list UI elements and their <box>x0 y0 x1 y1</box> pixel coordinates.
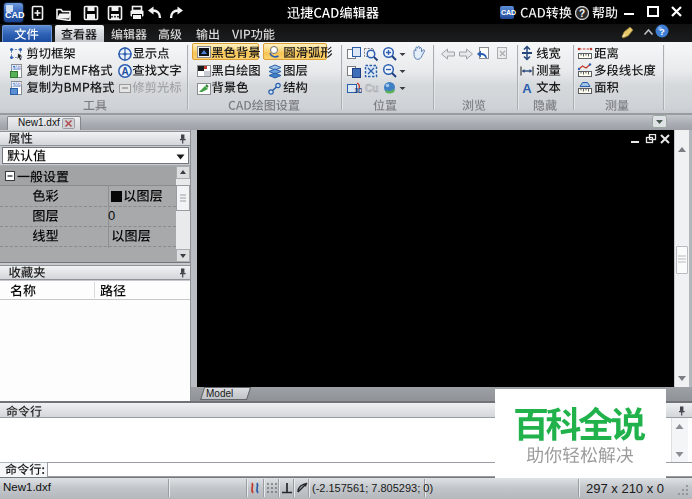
svg-text:?: ? <box>579 8 585 19</box>
svg-text:A: A <box>121 66 128 77</box>
svg-text:?: ? <box>659 27 665 37</box>
svg-text:EMF: EMF <box>12 65 22 70</box>
svg-text:BMP: BMP <box>12 82 22 87</box>
svg-text:3D: 3D <box>355 87 363 94</box>
svg-text:Cu: Cu <box>365 83 378 94</box>
svg-text:A: A <box>522 81 532 96</box>
